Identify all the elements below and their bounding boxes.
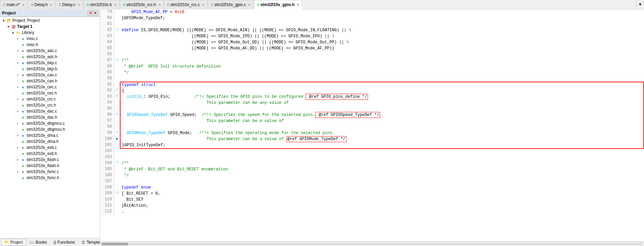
tab-stm32f10x-rcc-h[interactable]: H stm32f10x_rcc.h ✕ xyxy=(120,0,164,9)
expand-icon[interactable]: + xyxy=(15,85,20,89)
tree-item-dac-c[interactable]: + ■ stm32f10x_dac.c xyxy=(0,108,100,114)
tree-item-dac-h[interactable]: ■ stm32f10x_dac.h xyxy=(0,114,100,120)
fold-gutter[interactable]: □ xyxy=(114,191,120,197)
close-icon[interactable]: ✕ xyxy=(78,3,80,7)
tab-stm32f10x-gpio-c[interactable]: C stm32f10x_gpio.c ✕ xyxy=(208,0,254,9)
expand-icon[interactable] xyxy=(15,104,20,107)
tree-item-flash-c[interactable]: + ■ stm32f10x_flash.c xyxy=(0,157,100,163)
tab-stm32f10x-gpio-h[interactable]: H stm32f10x_gpio.h ✕ xyxy=(254,0,302,9)
close-icon[interactable]: ✕ xyxy=(202,3,204,7)
tree-item-project[interactable]: ▼ 🗂️ Project: Project xyxy=(0,17,100,24)
close-icon[interactable]: ✕ xyxy=(50,3,52,7)
tree-item-dma-c[interactable]: + ■ stm32f10x_dma.c xyxy=(0,132,100,138)
expand-icon[interactable]: + xyxy=(15,37,20,41)
tree-item-crc-h[interactable]: ■ stm32f10x_crc.h xyxy=(0,102,100,108)
expand-icon[interactable]: + xyxy=(15,73,20,77)
tree-area[interactable]: ▼ 🗂️ Project: Project ▼ 🎯 Target 1 ▼ 📁 L… xyxy=(0,17,100,238)
fold-gutter[interactable]: □ xyxy=(114,161,120,167)
tree-item-cec-h[interactable]: ■ stm32f10x_cec.h xyxy=(0,90,100,96)
expand-icon[interactable] xyxy=(15,91,20,95)
fold-gutter[interactable]: □ xyxy=(114,130,120,136)
code-scroll-area[interactable]: 79 GPIO_Mode_AF_PP = 0x18 80 }GPIOMode_T… xyxy=(100,9,644,241)
expand-icon[interactable]: + xyxy=(15,122,20,125)
expand-icon[interactable]: + xyxy=(15,158,20,162)
fold-icon[interactable]: □ xyxy=(116,130,118,134)
scrollbar-track[interactable] xyxy=(101,243,643,245)
tree-item-adc-c[interactable]: + ■ stm32f10x_adc.c xyxy=(0,48,100,54)
expand-icon[interactable]: + xyxy=(15,134,20,137)
close-icon[interactable]: ✕ xyxy=(22,3,25,7)
tree-item-fsmc-h[interactable]: ■ stm32f10x_fsmc.h xyxy=(0,175,100,181)
fold-icon[interactable]: □ xyxy=(116,191,118,195)
expand-icon[interactable]: ▼ xyxy=(11,31,15,35)
scrollbar-thumb[interactable] xyxy=(101,243,128,245)
expand-icon[interactable] xyxy=(15,79,20,83)
tab-delay-c[interactable]: C Delay.c ✕ xyxy=(56,0,83,9)
tab-main-c[interactable]: C main.c* ✕ xyxy=(0,0,28,9)
expand-icon[interactable]: + xyxy=(15,170,20,174)
expand-icon[interactable] xyxy=(15,152,20,156)
tree-item-crc-c[interactable]: + ■ stm32f10x_crc.c xyxy=(0,96,100,102)
tree-item-adc-h[interactable]: ■ stm32f10x_adc.h xyxy=(0,54,100,60)
expand-icon[interactable]: + xyxy=(15,61,20,65)
tree-item-exti-c[interactable]: + ■ stm32f10x_exti.c xyxy=(0,145,100,151)
tree-item-bkp-c[interactable]: + ■ stm32f10x_bkp.c xyxy=(0,60,100,66)
fold-gutter[interactable]: □ xyxy=(114,94,120,100)
fold-icon[interactable]: □ xyxy=(116,88,118,92)
fold-icon[interactable]: □ xyxy=(116,28,118,31)
tree-item-misc-h[interactable]: ■ misc.h xyxy=(0,42,100,48)
fold-icon[interactable]: □ xyxy=(116,112,118,116)
expand-icon[interactable] xyxy=(15,67,20,71)
tree-item-can-c[interactable]: + ■ stm32f10x_can.c xyxy=(0,72,100,78)
expand-icon[interactable]: + xyxy=(15,146,20,150)
tree-item-target1[interactable]: ▼ 🎯 Target 1 xyxy=(0,24,100,30)
tree-item-cec-c[interactable]: + ■ stm32f10x_cec.c xyxy=(0,84,100,90)
fold-icon[interactable]: □ xyxy=(116,94,118,98)
bottom-tab-functions[interactable]: {} Functions xyxy=(51,239,78,246)
tab-stm32f10x-rcc-c[interactable]: C stm32f10x_rcc.c ✕ xyxy=(164,0,208,9)
fold-gutter[interactable]: □ xyxy=(114,58,120,64)
fold-gutter[interactable]: □ xyxy=(114,28,120,34)
tree-item-fsmc-c[interactable]: + ■ stm32f10x_fsmc.c xyxy=(0,169,100,175)
tree-item-library[interactable]: ▼ 📁 Library xyxy=(0,30,100,36)
expand-icon[interactable] xyxy=(15,55,20,59)
fold-icon[interactable]: □ xyxy=(116,58,118,62)
bottom-tab-project[interactable]: 📁 Project xyxy=(1,239,26,246)
tree-item-exti-h[interactable]: ■ stm32f10x_exti.h xyxy=(0,151,100,157)
code-horizontal-scrollbar[interactable] xyxy=(100,241,644,246)
fold-arrow-icon[interactable]: ▶ xyxy=(116,137,118,141)
expand-icon[interactable] xyxy=(15,128,20,131)
fold-gutter[interactable]: □ xyxy=(114,112,120,118)
tree-item-can-h[interactable]: ■ stm32f10x_can.h xyxy=(0,78,100,84)
expand-icon[interactable]: ▼ xyxy=(6,25,11,29)
expand-icon[interactable] xyxy=(15,43,20,47)
expand-icon[interactable] xyxy=(15,116,20,119)
bottom-tab-books[interactable]: 📖 Books xyxy=(27,239,50,246)
tab-overflow-arrow[interactable]: ▼ xyxy=(636,0,644,9)
line-number: 81 xyxy=(100,22,114,28)
expand-icon[interactable]: + xyxy=(15,97,20,101)
close-icon[interactable]: ✕ xyxy=(296,3,299,7)
expand-icon[interactable] xyxy=(15,176,20,180)
tree-item-flash-h[interactable]: ■ stm32f10x_flash.h xyxy=(0,163,100,169)
close-icon[interactable]: ✕ xyxy=(248,3,250,7)
code-editor[interactable]: 79 GPIO_Mode_AF_PP = 0x18 80 }GPIOMode_T… xyxy=(100,9,644,246)
tab-delay-h[interactable]: H Delay.h ✕ xyxy=(28,0,55,9)
tree-item-dma-h[interactable]: ■ stm32f10x_dma.h xyxy=(0,138,100,145)
close-icon[interactable]: ✕ xyxy=(114,3,117,7)
fold-gutter[interactable]: □ xyxy=(114,88,120,94)
tree-item-dbgmcu-h[interactable]: ■ stm32f10x_dbgmcu.h xyxy=(0,126,100,132)
expand-icon[interactable]: + xyxy=(15,110,20,113)
tree-item-misc-c[interactable]: + ■ misc.c xyxy=(0,36,100,42)
fold-icon[interactable]: □ xyxy=(116,161,118,164)
expand-icon[interactable] xyxy=(15,164,20,168)
tree-item-bkp-h[interactable]: ■ stm32f10x_bkp.h xyxy=(0,66,100,72)
sidebar-pin-button[interactable]: 📌 xyxy=(88,11,92,15)
tab-stm32f10x-h[interactable]: H stm32f10x.h ✕ xyxy=(84,0,120,9)
tree-item-dbgmcu-c[interactable]: + ■ stm32f10x_dbgmcu.c xyxy=(0,120,100,126)
sidebar-close-button[interactable]: ✕ xyxy=(93,11,98,15)
expand-icon[interactable] xyxy=(15,140,20,144)
close-icon[interactable]: ✕ xyxy=(158,3,161,7)
expand-icon[interactable]: + xyxy=(15,49,20,53)
expand-icon[interactable]: ▼ xyxy=(1,19,6,23)
